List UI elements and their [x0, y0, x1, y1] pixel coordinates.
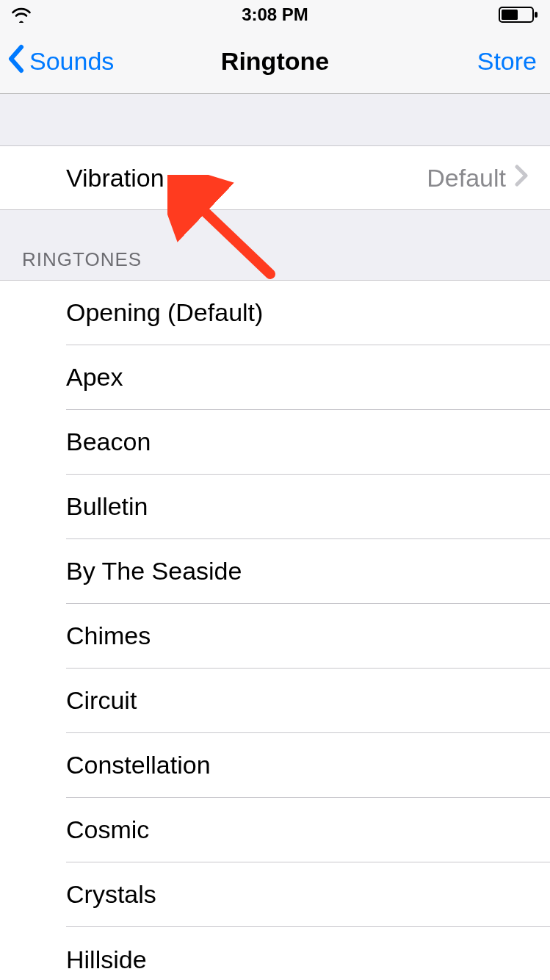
ringtone-item[interactable]: Hillside: [0, 927, 550, 980]
chevron-left-icon: [7, 44, 25, 79]
ringtone-item[interactable]: Crystals: [0, 862, 550, 927]
section-spacer: [0, 94, 550, 145]
back-label: Sounds: [29, 47, 114, 76]
battery-icon: [499, 6, 540, 24]
back-button[interactable]: Sounds: [7, 44, 114, 79]
vibration-cell[interactable]: Vibration Default: [0, 145, 550, 210]
ringtone-item[interactable]: Apex: [0, 345, 550, 410]
ringtone-item[interactable]: Constellation: [0, 733, 550, 798]
status-bar: 3:08 PM: [0, 0, 550, 29]
status-left: [10, 7, 32, 23]
ringtone-label: Cosmic: [66, 798, 550, 862]
svg-rect-2: [535, 12, 538, 18]
status-time: 3:08 PM: [242, 4, 308, 25]
ringtone-label: Apex: [66, 345, 550, 410]
ringtone-item[interactable]: Opening (Default): [0, 281, 550, 345]
ringtone-label: Hillside: [66, 927, 550, 980]
ringtone-item[interactable]: Cosmic: [0, 798, 550, 862]
ringtone-label: By The Seaside: [66, 539, 550, 604]
ringtone-label: Crystals: [66, 862, 550, 927]
wifi-icon: [10, 7, 32, 23]
vibration-label: Vibration: [66, 164, 427, 192]
ringtone-item[interactable]: By The Seaside: [0, 539, 550, 604]
vibration-value: Default: [427, 164, 506, 192]
ringtone-item[interactable]: Bulletin: [0, 475, 550, 539]
ringtone-label: Circuit: [66, 669, 550, 733]
ringtone-item[interactable]: Beacon: [0, 410, 550, 475]
store-button[interactable]: Store: [477, 47, 537, 76]
ringtone-label: Bulletin: [66, 475, 550, 539]
nav-bar: Sounds Ringtone Store: [0, 29, 550, 94]
ringtones-list: Opening (Default) Apex Beacon Bulletin B…: [0, 280, 550, 980]
ringtone-item[interactable]: Circuit: [0, 669, 550, 733]
ringtone-label: Constellation: [66, 733, 550, 798]
page-title: Ringtone: [221, 47, 329, 76]
svg-rect-1: [502, 10, 518, 20]
ringtone-label: Chimes: [66, 604, 550, 669]
ringtone-item[interactable]: Chimes: [0, 604, 550, 669]
ringtone-label: Opening (Default): [66, 281, 550, 345]
ringtone-label: Beacon: [66, 410, 550, 475]
ringtones-header: RINGTONES: [0, 210, 550, 280]
chevron-right-icon: [515, 164, 528, 192]
status-right: [499, 6, 540, 24]
